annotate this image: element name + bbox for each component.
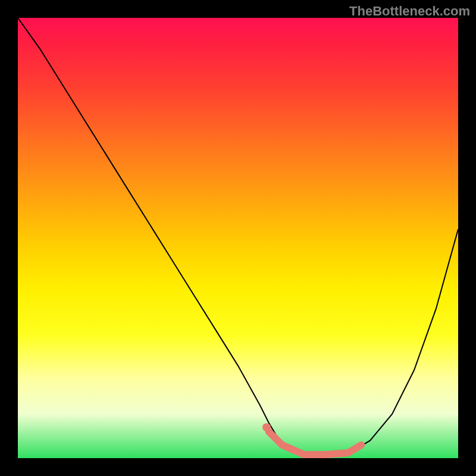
- main-curve: [18, 18, 458, 456]
- chart-svg: [18, 18, 458, 458]
- highlight-segment: [269, 432, 361, 455]
- chart-plot-area: [18, 18, 458, 458]
- highlight-dot: [262, 423, 271, 431]
- watermark-text: TheBottleneck.com: [349, 4, 470, 19]
